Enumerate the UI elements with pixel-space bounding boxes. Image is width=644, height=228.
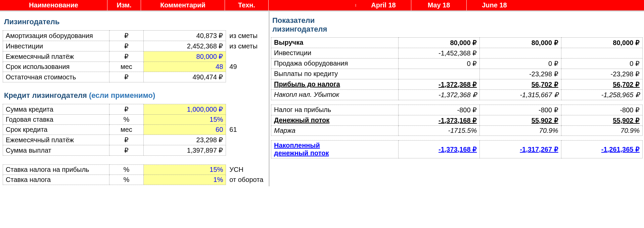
param-row: Срок кредитамес6061 (3, 125, 267, 135)
cumulative-cashflow-value: -1,261,365 ₽ (561, 140, 642, 158)
indicator-label: Инвестиции (271, 48, 399, 58)
indicator-row: Денежный поток-1,373,168 ₽55,902 ₽55,902… (271, 115, 643, 125)
param-label: Срок использования (3, 62, 109, 72)
param-label: Инвестиции (3, 41, 109, 51)
param-value[interactable]: 15% (144, 165, 226, 175)
param-tech (226, 72, 267, 82)
header-unit: Изм. (107, 0, 141, 10)
param-tech: 61 (226, 125, 267, 135)
cumulative-cashflow-label: Накопленныйденежный поток (271, 140, 399, 158)
header-tech: Техн. (225, 0, 269, 10)
param-value: 23,298 ₽ (144, 135, 226, 145)
param-label: Ставка налога (3, 175, 109, 185)
indicator-value: -1,315,667 ₽ (480, 89, 561, 100)
param-tech (226, 115, 267, 125)
indicator-label: Выручка (271, 37, 399, 48)
indicator-label: Налог на прибыль (271, 105, 399, 115)
indicator-value: 0 ₽ (561, 58, 642, 69)
param-unit: % (109, 115, 143, 125)
section-lessor-title: Лизингодатель (3, 15, 267, 30)
left-panel: Лизингодатель Амортизация оборудования₽4… (0, 11, 269, 186)
cumulative-cashflow-value: -1,317,267 ₽ (480, 140, 561, 158)
param-label: Ежемесячный платёж (3, 135, 109, 145)
param-unit: % (109, 165, 143, 175)
section-indicators-title: Показатели лизингодателя (271, 15, 643, 37)
indicator-value: 80,000 ₽ (561, 37, 642, 48)
lessor-params-table: Амортизация оборудования₽40,873 ₽из смет… (3, 30, 267, 82)
indicator-value: 80,000 ₽ (480, 37, 561, 48)
param-tech (226, 145, 267, 156)
param-label: Ежемесячный платёж (3, 51, 109, 62)
param-row: Годовая ставка%15% (3, 115, 267, 125)
indicator-row: Продажа оборудования0 ₽0 ₽0 ₽ (271, 58, 643, 69)
param-unit: ₽ (109, 31, 143, 41)
param-label: Остаточная стоимость (3, 72, 109, 82)
indicator-value: 56,702 ₽ (561, 79, 642, 89)
param-unit: мес (109, 125, 143, 135)
indicator-value: -23,298 ₽ (561, 69, 642, 79)
header-month-3: June 18 (467, 0, 522, 10)
indicator-value: 0 ₽ (480, 58, 561, 69)
indicator-value: -23,298 ₽ (480, 69, 561, 79)
param-row: Ставка налога%1%от оборота (3, 175, 267, 185)
param-tech: из сметы (226, 41, 267, 51)
indicator-row: Накопл нал. Убыток-1,372,368 ₽-1,315,667… (271, 89, 643, 100)
indicator-value: -800 ₽ (561, 105, 642, 115)
indicator-value: 70.9% (480, 125, 561, 136)
param-value: 40,873 ₽ (144, 31, 226, 41)
indicator-value: 55,902 ₽ (561, 115, 642, 125)
indicator-row: Налог на прибыль-800 ₽-800 ₽-800 ₽ (271, 105, 643, 115)
param-value[interactable]: 48 (144, 62, 226, 72)
param-value[interactable]: 1% (144, 175, 226, 185)
indicator-label: Продажа оборудования (271, 58, 399, 69)
param-label: Ставка налога на прибыль (3, 165, 109, 175)
param-tech (226, 135, 267, 145)
param-row: Сумма выплат₽1,397,897 ₽ (3, 145, 267, 156)
param-unit: ₽ (109, 145, 143, 156)
param-value[interactable]: 60 (144, 125, 226, 135)
param-label: Амортизация оборудования (3, 31, 109, 41)
indicator-label: Накопл нал. Убыток (271, 89, 399, 100)
indicator-value: -1715.5% (398, 125, 479, 136)
indicator-value: 70.9% (561, 125, 642, 136)
section-credit-main: Кредит лизингодателя (4, 91, 89, 100)
indicator-value: -1,373,168 ₽ (398, 115, 479, 125)
param-value[interactable]: 80,000 ₽ (144, 51, 226, 62)
param-row: Ежемесячный платёж₽23,298 ₽ (3, 135, 267, 145)
indicator-value: -800 ₽ (398, 105, 479, 115)
param-row: Срок использованиямес4849 (3, 62, 267, 72)
indicator-value: -1,452,368 ₽ (398, 48, 479, 58)
indicators-title-l2: лизингодателя (272, 25, 327, 33)
indicator-value (561, 48, 642, 58)
indicators-table: Выручка80,000 ₽80,000 ₽80,000 ₽Инвестици… (271, 37, 643, 158)
indicator-value: -1,372,368 ₽ (398, 89, 479, 100)
param-label: Годовая ставка (3, 115, 109, 125)
indicator-value: 0 ₽ (398, 58, 479, 69)
section-credit-sub: (если применимо) (89, 91, 155, 100)
table-header: Наименование Изм. Комментарий Техн. Apri… (0, 0, 644, 11)
indicator-value: 56,702 ₽ (480, 79, 561, 89)
param-unit: мес (109, 62, 143, 72)
param-row: Ежемесячный платёж₽80,000 ₽ (3, 51, 267, 62)
indicator-value: -1,372,368 ₽ (398, 79, 479, 89)
indicator-row: Инвестиции-1,452,368 ₽ (271, 48, 643, 58)
header-month-2: May 18 (411, 0, 467, 10)
param-value: 2,452,368 ₽ (144, 41, 226, 51)
param-value[interactable]: 15% (144, 115, 226, 125)
param-unit: ₽ (109, 41, 143, 51)
param-tech: от оборота (226, 175, 267, 185)
param-unit: % (109, 175, 143, 185)
param-row: Сумма кредита₽1,000,000 ₽ (3, 104, 267, 115)
param-tech (226, 51, 267, 62)
header-spacer (269, 4, 356, 7)
param-value[interactable]: 1,000,000 ₽ (144, 104, 226, 115)
param-tech (226, 104, 267, 115)
tax-params-table: Ставка налога на прибыль%15%УСНСтавка на… (3, 164, 267, 185)
header-comment: Комментарий (141, 0, 225, 10)
param-unit: ₽ (109, 104, 143, 115)
header-name: Наименование (0, 0, 107, 10)
indicator-row: Маржа-1715.5%70.9%70.9% (271, 125, 643, 136)
param-row: Инвестиции₽2,452,368 ₽из сметы (3, 41, 267, 51)
param-row: Ставка налога на прибыль%15%УСН (3, 165, 267, 175)
right-panel: Показатели лизингодателя Выручка80,000 ₽… (269, 11, 644, 186)
